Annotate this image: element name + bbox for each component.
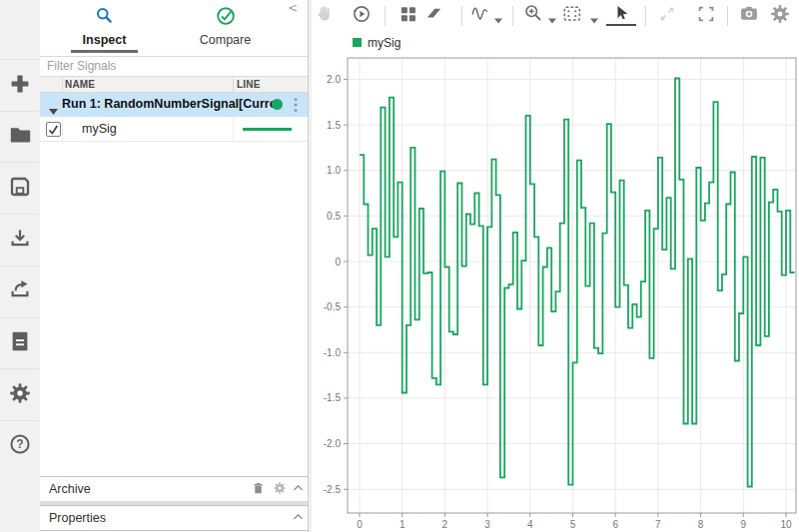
svg-text:-1.0: -1.0: [324, 347, 342, 358]
svg-text:-2.5: -2.5: [324, 484, 342, 495]
toolbar-divider: [512, 6, 513, 26]
dropdown-caret-icon[interactable]: [548, 10, 556, 16]
report-icon: [8, 329, 32, 357]
clear-button[interactable]: [422, 3, 448, 29]
plot-settings-button[interactable]: [767, 3, 793, 29]
svg-text:6: 6: [612, 519, 618, 530]
svg-text:8: 8: [698, 519, 704, 530]
export-icon: [8, 277, 32, 305]
fit-to-view-button[interactable]: [559, 3, 585, 29]
left-toolstrip: ?: [0, 0, 41, 532]
new-button[interactable]: [0, 60, 39, 111]
tab-inspect-label: Inspect: [44, 33, 165, 47]
preferences-button[interactable]: [0, 369, 39, 420]
properties-label: Properties: [49, 511, 106, 525]
svg-text:1: 1: [400, 519, 405, 530]
chevron-up-icon[interactable]: [292, 481, 308, 497]
open-button[interactable]: [0, 112, 39, 163]
svg-text:-0.5: -0.5: [324, 301, 342, 312]
column-divider: [62, 77, 63, 92]
trash-icon[interactable]: [251, 481, 267, 497]
svg-text:7: 7: [655, 519, 661, 530]
snapshot-button[interactable]: [736, 3, 762, 29]
column-divider: [233, 117, 234, 141]
signal-plot[interactable]: 012345678910-2.5-2.0-1.5-1.0-0.500.51.01…: [312, 30, 799, 532]
save-button[interactable]: [0, 163, 39, 214]
svg-text:9: 9: [741, 519, 747, 530]
archive-label: Archive: [49, 482, 91, 496]
run-label: Run 1: RandomNumberSignal[Curren: [62, 97, 280, 114]
hand-icon: [315, 3, 337, 29]
signal-mode-button[interactable]: [468, 3, 494, 29]
import-button[interactable]: [0, 215, 39, 266]
import-icon: [8, 227, 32, 255]
report-button[interactable]: [0, 318, 39, 369]
svg-text:2.0: 2.0: [327, 74, 341, 85]
properties-bar[interactable]: Properties: [40, 505, 308, 531]
panel-tabs: Inspect Compare <: [40, 0, 308, 57]
layout-icon: [398, 3, 419, 29]
run-row[interactable]: Run 1: RandomNumberSignal[Curren: [40, 93, 308, 117]
folder-icon: [8, 123, 32, 151]
plot-area: mySig 012345678910-2.5-2.0-1.5-1.0-0.500…: [312, 0, 799, 532]
svg-text:?: ?: [16, 438, 23, 452]
tab-compare[interactable]: Compare: [165, 0, 286, 56]
svg-text:0: 0: [335, 257, 341, 267]
svg-text:3: 3: [484, 519, 490, 530]
selected-tool-indicator: [606, 24, 636, 26]
svg-text:10: 10: [780, 519, 792, 530]
svg-text:1.0: 1.0: [327, 165, 341, 176]
help-button[interactable]: ?: [0, 421, 39, 472]
save-icon: [8, 175, 32, 203]
zoom-button[interactable]: [521, 3, 547, 29]
svg-text:-1.5: -1.5: [324, 392, 342, 403]
run-status-dot: [272, 99, 283, 110]
zoom-in-icon: [523, 3, 545, 29]
tab-inspect[interactable]: Inspect: [44, 0, 165, 56]
subplot-layout-button[interactable]: [396, 3, 421, 29]
gear-icon: [8, 381, 32, 409]
toolbar-divider: [727, 6, 728, 26]
plus-icon: [8, 72, 32, 100]
column-divider: [62, 117, 63, 141]
archive-bar[interactable]: Archive: [40, 476, 308, 502]
run-options-menu[interactable]: [292, 97, 300, 113]
signal-line-sample: [243, 128, 292, 131]
filter-placeholder: Filter Signals: [47, 59, 116, 73]
gear-icon: [769, 3, 791, 29]
filter-signals-input[interactable]: Filter Signals: [40, 57, 308, 77]
wave-icon: [470, 3, 492, 29]
replay-icon: [351, 3, 373, 29]
tab-compare-label: Compare: [165, 33, 286, 47]
chevron-up-icon[interactable]: [292, 510, 308, 526]
dropdown-caret-icon[interactable]: [590, 10, 598, 16]
eraser-icon: [424, 3, 446, 29]
svg-text:4: 4: [527, 519, 533, 530]
collapse-run-icon[interactable]: [49, 101, 58, 107]
archive-gear-icon[interactable]: [273, 481, 289, 497]
svg-text:1.5: 1.5: [327, 120, 341, 131]
check-circle-icon: [216, 6, 236, 26]
collapse-panel-button[interactable]: <: [286, 0, 300, 16]
column-header-line: LINE: [237, 79, 261, 90]
svg-text:2: 2: [442, 519, 448, 530]
table-header: NAME LINE: [40, 77, 308, 93]
signal-row[interactable]: mySig: [40, 117, 308, 142]
dropdown-caret-icon[interactable]: [494, 10, 502, 16]
active-tab-indicator: [71, 50, 138, 53]
column-header-name: NAME: [65, 79, 95, 90]
fit-view-icon: [561, 3, 583, 29]
replay-button[interactable]: [349, 3, 375, 29]
toolbar-divider: [385, 6, 386, 26]
export-button[interactable]: [0, 266, 39, 317]
expand-button[interactable]: [654, 3, 680, 29]
fullscreen-button[interactable]: [693, 3, 719, 29]
expand-arrows-icon: [656, 3, 678, 29]
camera-icon: [738, 3, 760, 29]
svg-text:0.5: 0.5: [327, 211, 341, 222]
svg-text:5: 5: [570, 519, 576, 530]
signal-checkbox[interactable]: [46, 122, 61, 137]
pan-button[interactable]: [313, 3, 339, 29]
column-divider: [233, 77, 234, 92]
svg-text:0: 0: [357, 519, 363, 530]
